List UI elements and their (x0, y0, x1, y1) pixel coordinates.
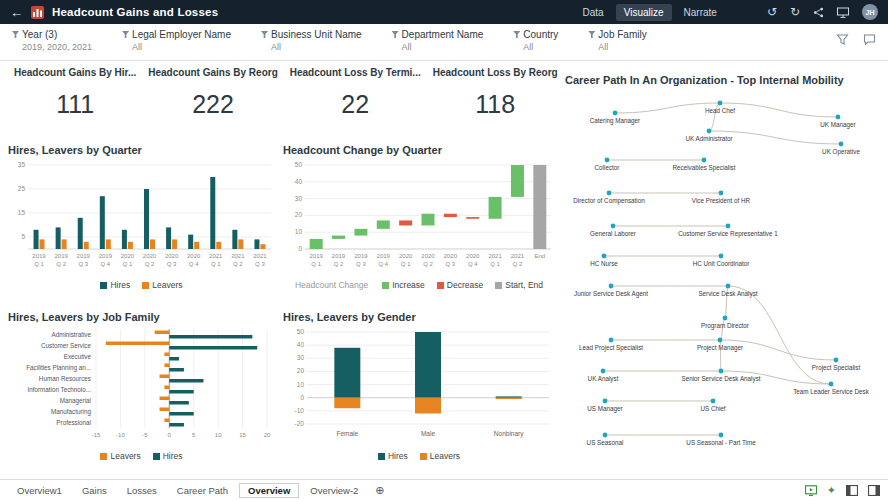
auto-insights-icon[interactable]: ✦ (827, 485, 836, 496)
horizontal-bar-plot[interactable]: -15-10-505101520AdministrativeCustomer S… (8, 326, 275, 448)
canvas-tab[interactable]: Overview-2 (301, 483, 367, 498)
filter-value: All (132, 42, 231, 52)
chart-title: Hires, Leavers by Job Family (8, 311, 275, 323)
svg-text:End: End (534, 253, 545, 259)
filter-label: Department Name (402, 29, 484, 40)
chart-legend: HiresLeavers (283, 451, 555, 461)
legend-item[interactable]: Hires (100, 280, 130, 290)
chart-hires-leavers-by-gender[interactable]: Hires, Leavers by Gender -20-10010203040… (283, 311, 555, 461)
svg-text:10: 10 (215, 432, 222, 438)
legend-item[interactable]: Hires (153, 451, 183, 461)
svg-text:US Seasonal - Part Time: US Seasonal - Part Time (686, 439, 756, 446)
chart-hires-leavers-by-job-family[interactable]: Hires, Leavers by Job Family -15-10-5051… (8, 311, 275, 461)
chart-title: Hires, Leavers by Gender (283, 311, 555, 323)
share-icon[interactable] (813, 7, 824, 18)
kpi-tile[interactable]: Headcount Gains By Hir... 111 (8, 65, 142, 119)
kpi-title: Headcount Loss By Reorg (433, 67, 558, 78)
legend-item[interactable]: Hires (378, 451, 408, 461)
career-path-network-panel[interactable]: Career Path In An Organization - Top Int… (565, 74, 883, 461)
mode-tab[interactable]: Visualize (616, 4, 672, 21)
preview-icon[interactable] (805, 485, 817, 496)
svg-text:Q 2: Q 2 (513, 261, 523, 267)
limit-values-icon[interactable] (836, 33, 849, 46)
svg-text:Q 3: Q 3 (356, 261, 366, 267)
svg-text:Q 1: Q 1 (401, 261, 411, 267)
back-button[interactable]: ← (10, 5, 23, 20)
svg-text:Professional: Professional (56, 419, 91, 426)
svg-text:2019: 2019 (54, 253, 68, 259)
svg-text:Q 1: Q 1 (311, 261, 321, 267)
redo-icon[interactable]: ↻ (790, 6, 800, 18)
bar-chart-glyph (33, 8, 42, 17)
mode-tab[interactable]: Narrate (676, 4, 725, 21)
add-canvas-button[interactable]: ⊕ (375, 484, 384, 497)
filter-pill[interactable]: Department Name All (392, 29, 484, 52)
kpi-value: 118 (433, 90, 558, 119)
svg-text:-10: -10 (116, 432, 125, 438)
canvas-tab-label: Gains (82, 485, 107, 496)
filter-pill[interactable]: Legal Employer Name All (122, 29, 231, 52)
app-logo (31, 6, 44, 19)
svg-text:Team Leader Service Desk: Team Leader Service Desk (793, 388, 869, 395)
notes-icon[interactable] (863, 33, 876, 46)
svg-text:-5: -5 (142, 432, 148, 438)
svg-text:Receivables Specialist: Receivables Specialist (673, 164, 736, 172)
svg-text:Junior Service Desk Agent: Junior Service Desk Agent (574, 290, 648, 298)
filter-funnel-icon (122, 31, 129, 38)
svg-text:UK Manager: UK Manager (820, 121, 855, 129)
mode-tab[interactable]: Data (575, 4, 612, 21)
present-icon[interactable] (837, 7, 849, 18)
undo-icon[interactable]: ↺ (767, 6, 777, 18)
svg-text:0: 0 (168, 432, 172, 438)
svg-text:Vice President of HR: Vice President of HR (692, 197, 751, 204)
svg-text:Customer Service: Customer Service (41, 342, 92, 349)
kpi-tile[interactable]: Headcount Loss By Reorg 118 (427, 65, 564, 119)
legend-item[interactable]: Increase (382, 280, 425, 290)
chart-hires-leavers-by-quarter[interactable]: Hires, Leavers by Quarter 51525352019Q 1… (8, 144, 275, 290)
chart-legend: HiresLeavers (8, 280, 275, 290)
svg-text:2019: 2019 (77, 253, 91, 259)
canvas-tab-label: Overview1 (17, 485, 62, 496)
canvas-tab-bar: Overview1GainsLossesCareer PathOverviewO… (0, 479, 888, 500)
legend-item[interactable]: Leavers (142, 280, 182, 290)
canvas-tab[interactable]: Overview (239, 483, 299, 498)
svg-text:2019: 2019 (32, 253, 46, 259)
filter-pill[interactable]: Country All (513, 29, 558, 52)
chart-headcount-change-by-quarter[interactable]: Headcount Change by Quarter 010203040502… (283, 144, 555, 290)
chart-title: Headcount Change by Quarter (283, 144, 555, 156)
svg-text:2020: 2020 (399, 253, 413, 259)
properties-panel-icon[interactable] (868, 485, 880, 496)
avatar[interactable]: JH (862, 4, 878, 20)
legend-item[interactable]: Leavers (100, 451, 140, 461)
filter-pill[interactable]: Business Unit Name All (261, 29, 362, 52)
canvas-tab[interactable]: Losses (118, 483, 166, 498)
svg-text:Project Specialist: Project Specialist (812, 364, 861, 372)
waterfall-plot[interactable]: 010203040502019Q 12019Q 22019Q 32019Q 42… (283, 159, 555, 277)
kpi-title: Headcount Gains By Reorg (148, 67, 277, 78)
kpi-tile[interactable]: Headcount Gains By Reorg 222 (142, 65, 283, 119)
network-diagram-plot[interactable]: Catering ManagerHead ChefUK ManagerUK Ad… (565, 89, 883, 461)
legend-item[interactable]: Leavers (420, 451, 460, 461)
svg-text:30: 30 (295, 195, 303, 202)
filter-pill[interactable]: Job Family All (588, 29, 646, 52)
canvas-tab[interactable]: Gains (73, 483, 116, 498)
header-actions: ↺ ↻ JH (767, 4, 878, 20)
svg-text:Q 3: Q 3 (255, 261, 265, 267)
filter-funnel-icon (12, 31, 19, 38)
kpi-tile[interactable]: Headcount Loss By Termi... 22 (284, 65, 427, 119)
svg-text:5: 5 (21, 233, 25, 240)
legend-item[interactable]: Start, End (495, 280, 543, 290)
svg-text:Q 1: Q 1 (123, 261, 133, 267)
svg-text:50: 50 (295, 161, 303, 168)
diverging-column-plot[interactable]: -20-1001020304050FemaleMaleNonbinary (283, 326, 555, 448)
canvas-tab[interactable]: Career Path (168, 483, 237, 498)
kpi-title: Headcount Loss By Termi... (290, 67, 421, 78)
canvas-tab[interactable]: Overview1 (8, 483, 71, 498)
legend-item[interactable]: Decrease (437, 280, 483, 290)
grouped-bar-plot[interactable]: 51525352019Q 12019Q 22019Q 32019Q 42020Q… (8, 159, 275, 277)
filter-pill[interactable]: Year (3) 2019, 2020, 2021 (12, 29, 92, 52)
mode-tab-label: Narrate (684, 7, 717, 18)
svg-text:UK Operative: UK Operative (822, 148, 860, 156)
svg-text:UK Administrator: UK Administrator (685, 135, 732, 142)
grammar-panel-icon[interactable] (846, 485, 858, 496)
